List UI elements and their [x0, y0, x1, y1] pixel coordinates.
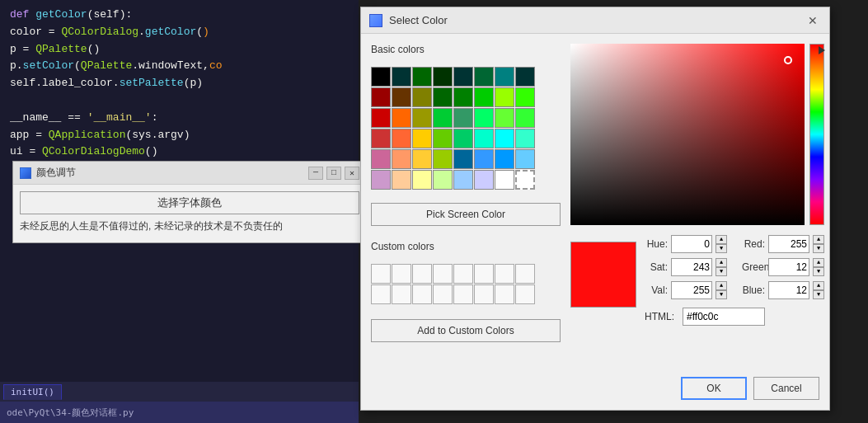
- basic-color-swatch[interactable]: [371, 108, 391, 128]
- basic-color-swatch[interactable]: [433, 129, 453, 148]
- green-down-btn[interactable]: ▼: [813, 267, 824, 276]
- close-window-btn[interactable]: ✕: [345, 167, 359, 180]
- basic-color-swatch[interactable]: [433, 87, 453, 107]
- red-input[interactable]: [768, 235, 809, 253]
- green-spin-btns: ▲ ▼: [813, 258, 824, 276]
- basic-color-swatch[interactable]: [515, 170, 535, 190]
- pick-screen-color-btn[interactable]: Pick Screen Color: [371, 203, 561, 226]
- basic-color-swatch[interactable]: [433, 67, 453, 87]
- basic-color-swatch[interactable]: [371, 129, 391, 148]
- blue-input[interactable]: [768, 281, 809, 299]
- basic-color-swatch[interactable]: [474, 170, 494, 190]
- custom-swatch[interactable]: [495, 264, 514, 284]
- green-up-btn[interactable]: ▲: [813, 258, 824, 267]
- red-up-btn[interactable]: ▲: [813, 235, 824, 244]
- basic-color-swatch[interactable]: [453, 87, 473, 107]
- basic-color-swatch[interactable]: [371, 149, 391, 169]
- custom-swatch[interactable]: [371, 264, 391, 284]
- basic-color-swatch[interactable]: [433, 108, 453, 128]
- basic-color-swatch[interactable]: [495, 67, 514, 87]
- basic-color-swatch[interactable]: [474, 67, 494, 87]
- custom-swatch[interactable]: [515, 284, 535, 304]
- custom-swatch[interactable]: [412, 284, 432, 304]
- basic-color-swatch[interactable]: [453, 108, 473, 128]
- hue-slider[interactable]: [809, 44, 824, 225]
- basic-color-swatch[interactable]: [412, 67, 432, 87]
- custom-swatch[interactable]: [453, 284, 473, 304]
- basic-color-swatch[interactable]: [392, 108, 411, 128]
- basic-color-swatch[interactable]: [495, 149, 514, 169]
- blue-spin-btns: ▲ ▼: [813, 281, 824, 299]
- basic-color-swatch[interactable]: [371, 67, 391, 87]
- choose-font-color-btn[interactable]: 选择字体颜色: [20, 191, 359, 214]
- basic-color-swatch[interactable]: [495, 108, 514, 128]
- basic-color-swatch[interactable]: [371, 87, 391, 107]
- basic-color-swatch[interactable]: [515, 67, 535, 87]
- custom-swatch[interactable]: [392, 284, 411, 304]
- basic-color-swatch[interactable]: [515, 87, 535, 107]
- hue-down-btn[interactable]: ▼: [716, 244, 727, 253]
- custom-swatch[interactable]: [433, 264, 453, 284]
- custom-swatch[interactable]: [453, 264, 473, 284]
- basic-color-swatch[interactable]: [412, 108, 432, 128]
- basic-color-swatch[interactable]: [474, 149, 494, 169]
- custom-swatch[interactable]: [474, 264, 494, 284]
- val-down-btn[interactable]: ▼: [716, 290, 727, 299]
- basic-color-swatch[interactable]: [412, 149, 432, 169]
- html-input[interactable]: [683, 308, 765, 326]
- hue-input[interactable]: [671, 235, 712, 253]
- basic-color-swatch[interactable]: [495, 170, 514, 190]
- minimize-btn[interactable]: ─: [308, 167, 323, 180]
- restore-btn[interactable]: □: [326, 167, 341, 180]
- val-spin-btns: ▲ ▼: [716, 281, 727, 299]
- val-input[interactable]: [671, 281, 712, 299]
- custom-swatch[interactable]: [474, 284, 494, 304]
- basic-color-swatch[interactable]: [392, 129, 411, 148]
- basic-color-swatch[interactable]: [515, 108, 535, 128]
- red-down-btn[interactable]: ▼: [813, 244, 824, 253]
- basic-color-swatch[interactable]: [474, 129, 494, 148]
- custom-swatch[interactable]: [433, 284, 453, 304]
- basic-color-swatch[interactable]: [515, 129, 535, 148]
- green-input[interactable]: [768, 258, 809, 276]
- custom-swatch[interactable]: [412, 264, 432, 284]
- sat-up-btn[interactable]: ▲: [716, 258, 727, 267]
- basic-color-swatch[interactable]: [412, 87, 432, 107]
- tab-init-ui[interactable]: initUI(): [3, 384, 62, 400]
- basic-color-swatch[interactable]: [412, 170, 432, 190]
- basic-color-swatch[interactable]: [453, 170, 473, 190]
- custom-swatch[interactable]: [495, 284, 514, 304]
- basic-color-swatch[interactable]: [433, 149, 453, 169]
- blue-up-btn[interactable]: ▲: [813, 281, 824, 290]
- basic-color-swatch[interactable]: [392, 87, 411, 107]
- basic-color-swatch[interactable]: [371, 170, 391, 190]
- basic-color-swatch[interactable]: [453, 129, 473, 148]
- basic-color-swatch[interactable]: [433, 170, 453, 190]
- sat-down-btn[interactable]: ▼: [716, 267, 727, 276]
- basic-color-swatch[interactable]: [392, 149, 411, 169]
- val-up-btn[interactable]: ▲: [716, 281, 727, 290]
- basic-color-swatch[interactable]: [453, 149, 473, 169]
- basic-color-swatch[interactable]: [412, 129, 432, 148]
- red-label: Red:: [742, 238, 765, 250]
- gradient-box[interactable]: [570, 44, 805, 225]
- blue-down-btn[interactable]: ▼: [813, 290, 824, 299]
- basic-color-swatch[interactable]: [474, 108, 494, 128]
- ok-button[interactable]: OK: [681, 377, 747, 400]
- custom-swatch[interactable]: [392, 264, 411, 284]
- basic-color-swatch[interactable]: [495, 87, 514, 107]
- basic-color-swatch[interactable]: [453, 67, 473, 87]
- custom-swatch[interactable]: [371, 284, 391, 304]
- basic-color-swatch[interactable]: [392, 170, 411, 190]
- sat-input[interactable]: [671, 258, 712, 276]
- basic-color-swatch[interactable]: [515, 149, 535, 169]
- basic-color-swatch[interactable]: [495, 129, 514, 148]
- add-custom-colors-btn[interactable]: Add to Custom Colors: [371, 319, 561, 342]
- hue-up-btn[interactable]: ▲: [716, 235, 727, 244]
- dialog-close-btn[interactable]: ✕: [805, 12, 821, 29]
- basic-color-swatch[interactable]: [392, 67, 411, 87]
- color-picker-area: [570, 44, 824, 225]
- custom-swatch[interactable]: [515, 264, 535, 284]
- basic-color-swatch[interactable]: [474, 87, 494, 107]
- cancel-button[interactable]: Cancel: [753, 377, 819, 400]
